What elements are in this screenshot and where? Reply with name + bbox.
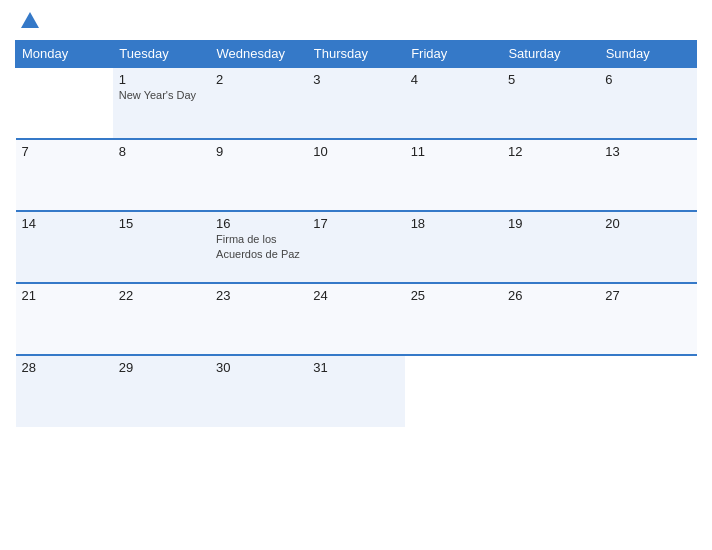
calendar-cell: 9	[210, 139, 307, 211]
calendar-cell: 14	[16, 211, 113, 283]
calendar-cell: 24	[307, 283, 404, 355]
day-number: 23	[216, 288, 303, 303]
calendar-cell	[599, 355, 696, 427]
day-number: 24	[313, 288, 400, 303]
day-number: 6	[605, 72, 692, 87]
calendar-cell	[405, 355, 502, 427]
day-number: 16	[216, 216, 303, 231]
calendar-thead: MondayTuesdayWednesdayThursdayFridaySatu…	[16, 41, 697, 68]
calendar-cell: 10	[307, 139, 404, 211]
weekday-header: Thursday	[307, 41, 404, 68]
calendar-cell: 11	[405, 139, 502, 211]
calendar-table: MondayTuesdayWednesdayThursdayFridaySatu…	[15, 40, 697, 427]
calendar-cell: 23	[210, 283, 307, 355]
calendar-body: 1New Year's Day2345678910111213141516Fir…	[16, 67, 697, 427]
weekday-header: Tuesday	[113, 41, 210, 68]
calendar-cell: 30	[210, 355, 307, 427]
weekday-header: Saturday	[502, 41, 599, 68]
weekday-header: Sunday	[599, 41, 696, 68]
calendar-cell: 22	[113, 283, 210, 355]
calendar-cell: 4	[405, 67, 502, 139]
calendar-cell: 28	[16, 355, 113, 427]
calendar-week-row: 28293031	[16, 355, 697, 427]
day-number: 22	[119, 288, 206, 303]
day-number: 9	[216, 144, 303, 159]
day-number: 5	[508, 72, 595, 87]
day-number: 21	[22, 288, 109, 303]
day-number: 3	[313, 72, 400, 87]
calendar-cell	[16, 67, 113, 139]
day-number: 12	[508, 144, 595, 159]
day-number: 28	[22, 360, 109, 375]
day-number: 20	[605, 216, 692, 231]
day-number: 29	[119, 360, 206, 375]
day-number: 14	[22, 216, 109, 231]
calendar-cell: 21	[16, 283, 113, 355]
weekday-header: Monday	[16, 41, 113, 68]
day-number: 26	[508, 288, 595, 303]
calendar-cell: 17	[307, 211, 404, 283]
calendar-cell: 8	[113, 139, 210, 211]
day-number: 19	[508, 216, 595, 231]
day-number: 31	[313, 360, 400, 375]
day-number: 18	[411, 216, 498, 231]
calendar-cell: 6	[599, 67, 696, 139]
calendar-cell	[502, 355, 599, 427]
day-number: 30	[216, 360, 303, 375]
day-number: 25	[411, 288, 498, 303]
calendar-cell: 19	[502, 211, 599, 283]
calendar-cell: 5	[502, 67, 599, 139]
weekday-header: Wednesday	[210, 41, 307, 68]
calendar-cell: 1New Year's Day	[113, 67, 210, 139]
holiday-label: Firma de los Acuerdos de Paz	[216, 233, 300, 260]
calendar-week-row: 78910111213	[16, 139, 697, 211]
day-number: 1	[119, 72, 206, 87]
calendar-header	[15, 10, 697, 32]
day-number: 15	[119, 216, 206, 231]
calendar-cell: 25	[405, 283, 502, 355]
calendar-cell: 27	[599, 283, 696, 355]
calendar-cell: 18	[405, 211, 502, 283]
day-number: 8	[119, 144, 206, 159]
day-number: 7	[22, 144, 109, 159]
calendar-cell: 13	[599, 139, 696, 211]
calendar-cell: 16Firma de los Acuerdos de Paz	[210, 211, 307, 283]
calendar-week-row: 141516Firma de los Acuerdos de Paz171819…	[16, 211, 697, 283]
day-number: 11	[411, 144, 498, 159]
calendar-cell: 7	[16, 139, 113, 211]
calendar-week-row: 21222324252627	[16, 283, 697, 355]
weekday-header: Friday	[405, 41, 502, 68]
calendar-week-row: 1New Year's Day23456	[16, 67, 697, 139]
calendar-cell: 20	[599, 211, 696, 283]
calendar-cell: 3	[307, 67, 404, 139]
day-number: 13	[605, 144, 692, 159]
calendar-cell: 15	[113, 211, 210, 283]
calendar-cell: 2	[210, 67, 307, 139]
calendar-cell: 31	[307, 355, 404, 427]
logo-icon	[19, 10, 41, 32]
day-number: 17	[313, 216, 400, 231]
day-number: 2	[216, 72, 303, 87]
weekday-header-row: MondayTuesdayWednesdayThursdayFridaySatu…	[16, 41, 697, 68]
calendar-cell: 29	[113, 355, 210, 427]
day-number: 10	[313, 144, 400, 159]
day-number: 4	[411, 72, 498, 87]
holiday-label: New Year's Day	[119, 89, 196, 101]
calendar-wrapper: MondayTuesdayWednesdayThursdayFridaySatu…	[0, 0, 712, 550]
svg-marker-0	[21, 12, 39, 28]
calendar-cell: 26	[502, 283, 599, 355]
calendar-cell: 12	[502, 139, 599, 211]
logo	[17, 10, 41, 32]
day-number: 27	[605, 288, 692, 303]
